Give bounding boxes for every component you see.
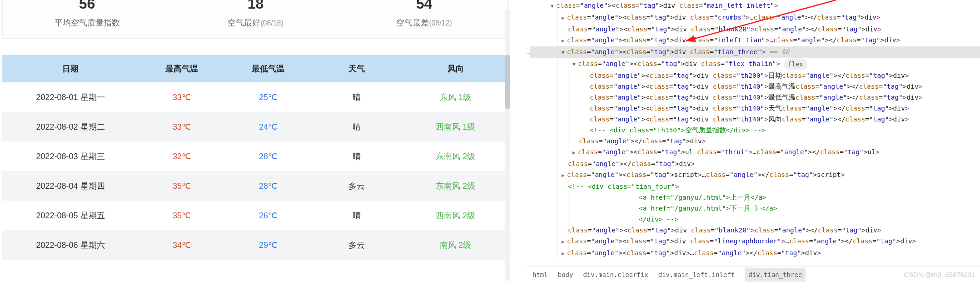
cell-high: 35℃ [139, 181, 225, 191]
dom-node[interactable]: ▶class="angle"><class="tag">script>…clas… [530, 169, 980, 181]
cell-high: 35℃ [139, 211, 225, 221]
stats-row: 56 平均空气质量指数 18 空气最好(08/18) 54 空气最差(08/12… [2, 0, 509, 39]
dom-node[interactable]: <a href="/ganyu/.html">下一月 》</a> [530, 203, 980, 214]
breadcrumb-item[interactable]: div.main_left.inleft [658, 269, 735, 280]
cell-weather: 多云 [311, 240, 402, 251]
cell-wind: 东南风 2级 [402, 151, 509, 162]
dom-node[interactable]: …▼class="angle"><class="tag">div class="… [530, 46, 980, 58]
table-header-row: 日期 最高气温 最低气温 天气 风向 [2, 55, 509, 82]
dom-node[interactable]: class="angle"><class="tag">div class="th… [530, 92, 980, 103]
dom-node[interactable]: ▼class="angle"><class="tag">div class="m… [530, 0, 980, 12]
cell-weather: 晴 [311, 210, 402, 221]
stat-value: 54 [340, 0, 508, 11]
stat-label: 空气最好(08/18) [171, 17, 340, 28]
col-wind: 风向 [402, 63, 509, 74]
dom-node[interactable]: class="angle"></class="tag">div> [530, 158, 980, 169]
cell-weather: 晴 [311, 92, 402, 103]
table-row[interactable]: 2022-08-06 星期六34℃29℃多云南风 2级 [2, 230, 509, 260]
cell-weather: 晴 [311, 151, 402, 162]
stat-value: 56 [3, 0, 171, 11]
table-row[interactable]: 2022-08-05 星期五35℃26℃晴西南风 2级 [2, 201, 509, 230]
cell-high: 32℃ [139, 151, 225, 161]
weather-table: 日期 最高气温 最低气温 天气 风向 2022-08-01 星期一33℃25℃晴… [2, 55, 509, 260]
cell-low: 28℃ [225, 151, 311, 161]
cell-date: 2022-08-05 星期五 [2, 210, 139, 221]
cell-date: 2022-08-03 星期三 [2, 151, 139, 162]
dom-node[interactable]: </div> --> [530, 214, 980, 225]
dom-node[interactable]: class="angle"><class="tag">div class="th… [530, 81, 980, 92]
col-date: 日期 [2, 63, 139, 74]
cell-low: 25℃ [225, 92, 311, 102]
dom-node[interactable]: ▶class="angle"><class="tag">div>…class="… [530, 247, 980, 257]
cell-low: 24℃ [225, 122, 311, 132]
dom-node[interactable]: class="angle"><class="tag">div class="th… [530, 114, 980, 125]
dom-node[interactable]: class="angle"></class="tag">div> [530, 136, 980, 146]
cell-high: 33℃ [139, 122, 225, 132]
table-row[interactable]: 2022-08-01 星期一33℃25℃晴东风 1级 [2, 82, 509, 112]
dom-tree[interactable]: ▼class="angle"><class="tag">div class="m… [527, 0, 980, 257]
scrollbar-thumb[interactable] [505, 55, 510, 109]
weather-panel: 56 平均空气质量指数 18 空气最好(08/18) 54 空气最差(08/12… [2, 0, 516, 282]
cell-weather: 晴 [311, 121, 402, 132]
dom-node[interactable]: class="angle"><class="tag">div class="th… [530, 103, 980, 114]
cell-wind: 南风 2级 [402, 240, 509, 251]
cell-date: 2022-08-01 星期一 [2, 92, 139, 103]
cell-wind: 东风 1级 [402, 92, 509, 103]
cell-low: 26℃ [225, 211, 311, 221]
dom-node[interactable]: <!-- <div class="tian_four"> [530, 181, 980, 192]
stat-avg-aqi: 56 平均空气质量指数 [3, 0, 171, 38]
table-row[interactable]: 2022-08-02 星期二33℃24℃晴西南风 1级 [2, 112, 509, 141]
table-row[interactable]: 2022-08-04 星期四35℃28℃多云东南风 2级 [2, 171, 509, 201]
dom-node[interactable]: <a href="/ganyu/.html">上一月</a> [530, 192, 980, 203]
dom-node[interactable]: ▶class="angle"><class="tag">div class="l… [530, 236, 980, 247]
col-high: 最高气温 [139, 63, 225, 74]
stat-label: 空气最差(08/12) [340, 17, 508, 28]
dom-node[interactable]: <!-- <div class="th150">空气质量指数</div> --> [530, 125, 980, 136]
cell-high: 34℃ [139, 240, 225, 250]
table-row[interactable]: 2022-08-03 星期三32℃28℃晴东南风 2级 [2, 141, 509, 171]
cell-wind: 西南风 2级 [402, 210, 509, 221]
dom-node[interactable]: ▶class="angle"><class="tag">div class="i… [530, 35, 980, 46]
cell-date: 2022-08-04 星期四 [2, 181, 139, 191]
dom-node[interactable]: ▶class="angle"><class="tag">ul class="th… [530, 146, 980, 158]
table-body: 2022-08-01 星期一33℃25℃晴东风 1级2022-08-02 星期二… [2, 82, 509, 260]
col-weather: 天气 [311, 63, 402, 74]
breadcrumb-item[interactable]: div.main.clearfix [583, 269, 648, 280]
cell-high: 33℃ [139, 92, 225, 102]
cell-wind: 东南风 2级 [402, 181, 509, 191]
col-low: 最低气温 [225, 63, 311, 74]
stat-value: 18 [171, 0, 340, 11]
devtools-panel: ▼class="angle"><class="tag">div class="m… [527, 0, 980, 282]
dom-node[interactable]: class="angle"><class="tag">div class="bl… [530, 225, 980, 236]
stat-label: 平均空气质量指数 [3, 17, 171, 28]
cell-wind: 西南风 1级 [402, 121, 509, 132]
stat-worst-air: 54 空气最差(08/12) [340, 0, 508, 38]
watermark: CSDN @m0_65878231 [904, 271, 975, 278]
dom-node[interactable]: class="angle"><class="tag">div class="th… [530, 70, 980, 81]
dom-node[interactable]: ▼class="angle"><class="tag">div class="f… [530, 58, 980, 70]
cell-weather: 多云 [311, 181, 402, 191]
cell-low: 29℃ [225, 240, 311, 250]
stat-best-air: 18 空气最好(08/18) [171, 0, 340, 38]
dom-node[interactable]: ▶class="angle"><class="tag">div class="c… [530, 12, 980, 24]
breadcrumb-item[interactable]: div.tian_three [745, 268, 806, 282]
vertical-scrollbar[interactable] [505, 9, 510, 281]
cell-date: 2022-08-02 星期二 [2, 121, 139, 132]
cell-low: 28℃ [225, 181, 311, 191]
breadcrumb-item[interactable]: body [558, 269, 573, 280]
cell-date: 2022-08-06 星期六 [2, 240, 139, 251]
dom-node[interactable]: class="angle"><class="tag">div class="bl… [530, 24, 980, 35]
breadcrumb-item[interactable]: html [532, 269, 548, 280]
